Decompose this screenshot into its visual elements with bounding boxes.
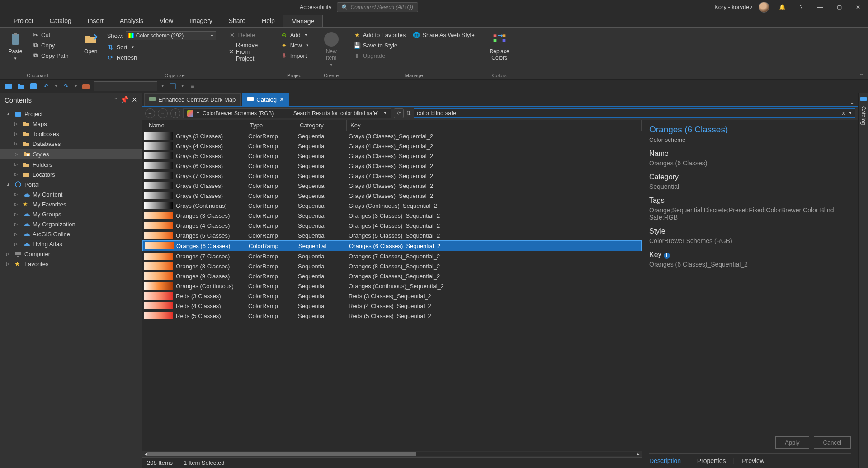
- tree-item-locators[interactable]: ▷Locators: [0, 169, 142, 179]
- show-select[interactable]: Color scheme (292) ▼: [126, 31, 216, 40]
- tree-item-my-groups[interactable]: ▷My Groups: [0, 209, 142, 219]
- delete-button[interactable]: ✕Delete: [227, 30, 269, 39]
- close-window-button[interactable]: ✕: [852, 2, 864, 13]
- tree-item-folders[interactable]: ▷Folders: [0, 159, 142, 169]
- tree-item-my-favorites[interactable]: ▷★My Favorites: [0, 199, 142, 209]
- up-button[interactable]: ↑: [170, 108, 180, 118]
- qat-new-icon[interactable]: [4, 82, 13, 91]
- menu-analysis[interactable]: Analysis: [112, 15, 151, 27]
- tree-item-portal[interactable]: ▲Portal: [0, 179, 142, 189]
- share-web-button[interactable]: 🌐Share As Web Style: [411, 30, 476, 39]
- new-button[interactable]: ✦New▼: [279, 41, 311, 50]
- paste-button[interactable]: Paste ▼: [5, 30, 26, 62]
- tree-item-project[interactable]: ▲Project: [0, 109, 142, 119]
- minimize-button[interactable]: —: [814, 2, 826, 13]
- cut-button[interactable]: ✂Cut: [30, 30, 71, 39]
- table-row[interactable]: Reds (5 Classes)ColorRampSequentialReds …: [142, 311, 642, 321]
- breadcrumb[interactable]: ▼ ColorBrewer Schemes (RGB) Search Resul…: [183, 108, 391, 118]
- chevron-down-icon[interactable]: ▼: [196, 111, 200, 115]
- import-button[interactable]: ⇩Import: [279, 51, 311, 60]
- table-row[interactable]: Grays (6 Classes)ColorRampSequentialGray…: [142, 161, 642, 171]
- table-row[interactable]: Grays (9 Classes)ColorRampSequentialGray…: [142, 191, 642, 201]
- table-row[interactable]: Grays (5 Classes)ColorRampSequentialGray…: [142, 151, 642, 161]
- help-icon[interactable]: ?: [795, 2, 807, 13]
- open-button[interactable]: Open: [80, 30, 102, 56]
- expand-icon[interactable]: ▷: [6, 262, 12, 266]
- table-row[interactable]: Grays (4 Classes)ColorRampSequentialGray…: [142, 141, 642, 151]
- expand-icon[interactable]: ▷: [14, 162, 20, 167]
- menu-manage[interactable]: Manage: [283, 15, 323, 27]
- tree-item-favorites[interactable]: ▷★Favorites: [0, 259, 142, 269]
- remove-button[interactable]: ✕Remove From Project: [227, 41, 269, 63]
- table-row[interactable]: Oranges (5 Classes)ColorRampSequentialOr…: [142, 230, 642, 240]
- copy-button[interactable]: ⧉Copy: [30, 41, 71, 50]
- col-key[interactable]: Key: [347, 120, 642, 131]
- expand-icon[interactable]: ▷: [14, 222, 20, 226]
- maximize-button[interactable]: ▢: [833, 2, 845, 13]
- table-row[interactable]: Reds (3 Classes)ColorRampSequentialReds …: [142, 291, 642, 301]
- menu-view[interactable]: View: [151, 15, 181, 27]
- tree-item-databases[interactable]: ▷Databases: [0, 139, 142, 149]
- table-row[interactable]: Oranges (4 Classes)ColorRampSequentialOr…: [142, 220, 642, 230]
- details-tab-description[interactable]: Description: [649, 457, 681, 464]
- tree-item-my-organization[interactable]: ▷My Organization: [0, 219, 142, 229]
- qat-customize-icon[interactable]: ≡: [188, 82, 197, 91]
- back-button[interactable]: ←: [145, 108, 155, 118]
- qat-save-icon[interactable]: [29, 82, 38, 91]
- tree-item-styles[interactable]: ▷Styles: [0, 149, 142, 159]
- apply-button[interactable]: Apply: [775, 436, 809, 449]
- table-row[interactable]: Oranges (6 Classes)ColorRampSequentialOr…: [142, 240, 642, 251]
- details-tab-properties[interactable]: Properties: [697, 457, 726, 464]
- tree-item-my-content[interactable]: ▷My Content: [0, 189, 142, 199]
- undo-button[interactable]: ↶: [42, 82, 51, 91]
- expand-icon[interactable]: ▷: [6, 252, 12, 256]
- right-sidebar-tab[interactable]: Catalog: [859, 103, 868, 127]
- close-icon[interactable]: ✕: [132, 96, 137, 104]
- close-icon[interactable]: ✕: [279, 96, 284, 103]
- chevron-down-icon[interactable]: ⌄: [114, 96, 118, 104]
- refresh-nav-button[interactable]: ⟳: [394, 108, 404, 118]
- chevron-down-icon[interactable]: ▼: [383, 111, 387, 115]
- menu-share[interactable]: Share: [221, 15, 254, 27]
- pin-icon[interactable]: 📌: [120, 96, 129, 104]
- col-name[interactable]: Name: [142, 120, 246, 131]
- qat-filter-icon[interactable]: [168, 82, 177, 91]
- catalog-search[interactable]: ✕ ▼: [414, 108, 855, 118]
- table-row[interactable]: Oranges (9 Classes)ColorRampSequentialOr…: [142, 271, 642, 281]
- sort-toggle-icon[interactable]: ⇅: [406, 110, 411, 117]
- table-row[interactable]: Grays (Continuous)ColorRampSequentialGra…: [142, 201, 642, 211]
- qat-select[interactable]: [94, 81, 157, 91]
- forward-button[interactable]: →: [158, 108, 168, 118]
- expand-icon[interactable]: ▷: [14, 232, 20, 236]
- expand-icon[interactable]: ▷: [14, 122, 20, 126]
- scroll-right-icon[interactable]: ▶: [637, 452, 640, 456]
- table-row[interactable]: Oranges (Continuous)ColorRampSequentialO…: [142, 281, 642, 291]
- table-row[interactable]: Oranges (8 Classes)ColorRampSequentialOr…: [142, 261, 642, 271]
- upgrade-button[interactable]: ⬆Upgrade: [352, 51, 408, 60]
- catalog-side-icon[interactable]: [860, 96, 867, 103]
- table-row[interactable]: Grays (3 Classes)ColorRampSequentialGray…: [142, 131, 642, 141]
- search-input[interactable]: [417, 110, 841, 117]
- new-item-button[interactable]: New Item ▼: [321, 30, 342, 69]
- chevron-down-icon[interactable]: ▼: [849, 111, 852, 115]
- col-type[interactable]: Type: [246, 120, 296, 131]
- save-style-button[interactable]: 💾Save to Style: [352, 41, 408, 50]
- expand-icon[interactable]: ▷: [14, 212, 20, 216]
- menu-catalog[interactable]: Catalog: [42, 15, 80, 27]
- tab-options-icon[interactable]: ⌄: [850, 99, 854, 106]
- chevron-down-icon[interactable]: ▼: [54, 84, 58, 88]
- h-scrollbar[interactable]: ◀ ▶: [142, 451, 642, 457]
- tab-enhanced-contrast-dark-map[interactable]: Enhanced Contrast Dark Map: [144, 93, 241, 106]
- table-row[interactable]: Oranges (7 Classes)ColorRampSequentialOr…: [142, 251, 642, 261]
- add-favorites-button[interactable]: ★Add to Favorites: [352, 30, 408, 39]
- tree-item-maps[interactable]: ▷Maps: [0, 119, 142, 129]
- sort-button[interactable]: ⇅Sort▼: [105, 42, 218, 51]
- qat-toolbox-icon[interactable]: [81, 82, 90, 91]
- tree-item-living-atlas[interactable]: ▷Living Atlas: [0, 239, 142, 249]
- table-row[interactable]: Grays (8 Classes)ColorRampSequentialGray…: [142, 181, 642, 191]
- add-button[interactable]: ⊕Add▼: [279, 30, 311, 39]
- cancel-button[interactable]: Cancel: [814, 436, 851, 449]
- accessibility-link[interactable]: Accessibility: [300, 4, 332, 10]
- chevron-down-icon[interactable]: ▼: [181, 84, 184, 88]
- copy-path-button[interactable]: ⧉Copy Path: [30, 51, 71, 60]
